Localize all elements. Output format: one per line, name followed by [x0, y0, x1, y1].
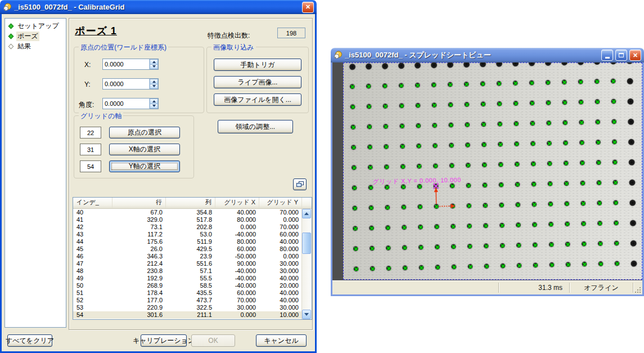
open-image-file-button[interactable]: 画像ファイルを開く... [214, 93, 301, 106]
table-cell: 517.8 [166, 216, 215, 224]
calibrate-button[interactable]: キャリブレーション [141, 334, 187, 347]
spin-down-icon[interactable] [150, 84, 158, 90]
calibration-plate-image[interactable]: グリッド X,Y = 0.000, 10.000 [343, 62, 642, 280]
table-cell: 50 [73, 282, 112, 289]
table-cell: 20.000 [259, 282, 302, 289]
table-cell: -40.000 [215, 282, 259, 289]
feature-count-label: 特徴点検出数: [208, 31, 250, 41]
table-row[interactable]: 54301.6211.10.00010.000 [73, 311, 302, 319]
live-image-button[interactable]: ライブ画像... [214, 76, 301, 88]
column-header-row[interactable]: 行 [112, 198, 166, 208]
sidebar-item-label: ポーズ [16, 32, 39, 41]
cancel-button[interactable]: キャンセル [256, 334, 307, 347]
table-cell: 301.6 [112, 311, 166, 319]
x-spin-field[interactable]: 0.0000 [102, 59, 159, 70]
select-origin-button[interactable]: 原点の選択 [109, 127, 180, 138]
table-cell: 0.000 [259, 253, 302, 260]
table-row[interactable]: 51178.4435.560.00040.000 [73, 289, 302, 297]
spin-down-icon[interactable] [150, 104, 158, 109]
spin-down-icon[interactable] [150, 65, 158, 70]
ok-button[interactable]: OK [191, 334, 235, 347]
table-row[interactable]: 46346.323.9-50.0000.000 [73, 253, 302, 260]
column-header-index[interactable]: インデ_ [73, 198, 112, 208]
table-row[interactable]: 48230.857.1-40.00030.000 [73, 267, 302, 275]
resize-grip[interactable] [633, 281, 642, 294]
table-cell: 70.000 [259, 209, 302, 216]
table-cell: 117.2 [112, 231, 166, 238]
column-header-grid-y[interactable]: グリッド Y [259, 198, 302, 208]
close-icon[interactable]: ✕ [629, 50, 641, 61]
spin-up-icon[interactable] [150, 99, 158, 104]
table-row[interactable]: 44175.6511.980.00040.000 [73, 238, 302, 245]
spinner-buttons [149, 79, 158, 89]
group-caption: 原点の位置(ワールド座標系) [79, 43, 168, 52]
table-cell: 49 [73, 275, 112, 282]
table-cell: 23.9 [166, 253, 215, 260]
table-cell: 30.000 [215, 304, 259, 311]
manual-trigger-button[interactable]: 手動トリガ [214, 59, 301, 71]
angle-spin-field[interactable]: 0.0000 [102, 98, 159, 109]
close-icon[interactable]: ✕ [302, 2, 314, 13]
table-cell: 0.000 [259, 216, 302, 224]
table-row[interactable]: 47212.4551.690.00030.000 [73, 260, 302, 267]
desktop: _is5100_0072fd_ - CalibrateGrid ✕ セットアップ… [0, 0, 644, 353]
table-cell: 44 [73, 238, 112, 245]
table-cell: 40.000 [259, 238, 302, 245]
table-row[interactable]: 49192.955.5-40.00040.000 [73, 275, 302, 282]
table-cell: 322.5 [166, 304, 215, 311]
spinner-buttons [149, 99, 158, 109]
table-cell: 57.1 [166, 267, 215, 275]
table-row[interactable]: 43117.253.0-40.00060.000 [73, 231, 302, 238]
select-x-axis-button[interactable]: X軸の選択 [109, 144, 180, 155]
scrollbar-thumb[interactable] [302, 233, 311, 254]
pose-panel: ポーズ 1 特徴点検出数: 198 原点の位置(ワールド座標系) X: 0.00… [69, 18, 313, 330]
table-row[interactable]: 4526.0429.560.00080.000 [73, 245, 302, 253]
table-row[interactable]: 53220.9322.530.00030.000 [73, 304, 302, 311]
clear-all-button[interactable]: すべてをクリア [7, 334, 52, 347]
image-acquire-group: 画像取り込み 手動トリガ ライブ画像... 画像ファイルを開く... [206, 47, 309, 113]
table-cell: 55.5 [166, 275, 215, 282]
table-cell: 80.000 [259, 245, 302, 253]
table-row[interactable]: 4273.1202.80.00070.000 [73, 224, 302, 231]
table-cell: 329.0 [112, 216, 166, 224]
table-scrollbar[interactable] [301, 209, 312, 319]
table-cell: 354.8 [166, 209, 215, 216]
setup-step-list[interactable]: セットアップ ポーズ 結果 [4, 18, 66, 328]
scroll-down-icon[interactable] [302, 310, 311, 319]
title-bar[interactable]: _is5100_0072fd_ - スプレッドシートビュー ✕ [331, 48, 644, 62]
table-cell: 202.8 [166, 224, 215, 231]
scroll-up-icon[interactable] [302, 209, 311, 218]
grid-table-body: 4067.0354.840.00070.00041329.0517.880.00… [73, 209, 302, 319]
table-cell: 30.000 [259, 260, 302, 267]
select-y-axis-button[interactable]: Y軸の選択 [109, 160, 180, 172]
table-cell: 90.000 [215, 260, 259, 267]
table-cell: 60.000 [259, 231, 302, 238]
table-row[interactable]: 41329.0517.880.0000.000 [73, 216, 302, 224]
column-header-grid-x[interactable]: グリッド X [215, 198, 259, 208]
maximize-icon[interactable] [615, 50, 627, 61]
minimize-icon[interactable] [601, 50, 613, 61]
table-row[interactable]: 50268.958.5-40.00020.000 [73, 282, 302, 289]
field-label-x: X: [84, 61, 91, 69]
show-image-window-button[interactable] [293, 178, 307, 190]
table-cell: 70.000 [215, 297, 259, 304]
spin-up-icon[interactable] [150, 79, 158, 84]
table-cell: 220.9 [112, 304, 166, 311]
title-bar[interactable]: _is5100_0072fd_ - CalibrateGrid ✕ [0, 0, 317, 14]
table-row[interactable]: 4067.0354.840.00070.000 [73, 209, 302, 216]
table-cell: 70.000 [259, 224, 302, 231]
spin-up-icon[interactable] [150, 59, 158, 65]
field-value: 0.0000 [103, 99, 149, 109]
sidebar-item-result[interactable]: 結果 [5, 41, 66, 51]
status-mode: オフライン [570, 281, 633, 294]
sidebar-item-pose[interactable]: ポーズ [5, 31, 66, 41]
table-cell: 230.8 [112, 267, 166, 275]
y-spin-field[interactable]: 0.0000 [102, 78, 159, 90]
table-cell: 40.000 [259, 275, 302, 282]
sidebar-item-setup[interactable]: セットアップ [5, 21, 66, 31]
table-row[interactable]: 52177.0473.770.00040.000 [73, 297, 302, 304]
table-cell: 80.000 [215, 238, 259, 245]
column-header-col[interactable]: 列 [166, 198, 215, 208]
adjust-region-button[interactable]: 領域の調整... [218, 120, 293, 133]
table-cell: 48 [73, 267, 112, 275]
